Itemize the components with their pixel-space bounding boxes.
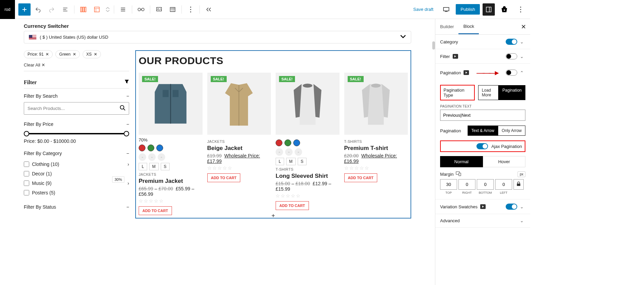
ajax-pagination-toggle[interactable] [476, 143, 488, 149]
minus-icon[interactable]: − [126, 151, 129, 156]
clear-all-button[interactable]: Clear All ✕ [24, 62, 45, 68]
chevron-down-icon[interactable]: ⌄ [520, 218, 525, 223]
add-to-cart-button[interactable]: ADD TO CART [139, 206, 172, 215]
document-overview-button[interactable] [59, 3, 71, 16]
video-help-icon[interactable] [480, 204, 486, 209]
margin-bottom-input[interactable] [477, 179, 494, 190]
search-icon[interactable] [120, 105, 126, 112]
video-help-icon[interactable] [453, 54, 458, 59]
load-more-option[interactable]: Load More [478, 85, 499, 100]
add-block-button[interactable] [18, 3, 31, 16]
minus-icon[interactable]: − [126, 121, 129, 127]
add-to-cart-button[interactable]: ADD TO CART [207, 173, 241, 182]
unit-px[interactable]: px [518, 171, 525, 177]
image-swatch[interactable]: ▫ [285, 148, 293, 156]
color-swatch-blue[interactable] [156, 145, 163, 151]
pagination-option[interactable]: Pagination [499, 85, 525, 100]
category-checkbox[interactable] [24, 180, 29, 186]
slider-handle-min[interactable] [24, 131, 29, 136]
size-m[interactable]: M [149, 163, 159, 170]
currency-select[interactable]: ( $ ) United States (US) dollar USD [24, 31, 411, 43]
color-swatch-red[interactable] [276, 139, 282, 146]
redo-button[interactable] [46, 3, 58, 16]
add-to-cart-button[interactable]: ADD TO CART [344, 173, 378, 182]
filter-icon[interactable] [124, 79, 129, 86]
margin-left-input[interactable] [495, 179, 512, 190]
variation-swatches-toggle[interactable] [506, 204, 517, 210]
devices-icon[interactable] [456, 171, 461, 177]
minus-icon[interactable]: − [126, 204, 129, 210]
close-icon[interactable]: ✕ [73, 52, 76, 57]
close-panel-button[interactable]: ✕ [517, 23, 530, 31]
size-s[interactable]: S [298, 158, 307, 165]
chevron-right-icon[interactable]: › [127, 162, 129, 167]
category-checkbox[interactable] [24, 190, 29, 195]
main-more-button[interactable] [515, 3, 527, 16]
close-icon[interactable]: ✕ [46, 52, 49, 57]
category-row[interactable]: Posters (5) [24, 188, 129, 197]
chevron-down-icon[interactable]: ⌄ [520, 39, 525, 44]
columns-icon[interactable] [77, 3, 89, 16]
filter-toggle[interactable] [506, 53, 517, 59]
products-block[interactable]: OUR PRODUCTS SALE! 70% ▫▫▫ LMS JACKETS [135, 50, 411, 218]
lock-icon[interactable] [514, 179, 524, 190]
undo-button[interactable] [32, 3, 44, 16]
image-swatch[interactable]: ▫ [139, 153, 146, 161]
slider-handle-max[interactable] [124, 131, 129, 136]
move-up-button[interactable] [104, 3, 111, 16]
image-swatch[interactable]: ▫ [295, 148, 302, 156]
category-checkbox[interactable] [24, 171, 29, 176]
color-swatch-green[interactable] [147, 145, 154, 151]
size-s[interactable]: S [161, 163, 170, 170]
infinity-icon[interactable] [135, 3, 147, 16]
preview-button[interactable] [440, 3, 452, 16]
add-block-inserter[interactable]: + [270, 212, 277, 219]
image-swatch[interactable]: ▫ [276, 148, 283, 156]
product-card[interactable]: SALE! ▫▫▫ LMS T-SHIRTS Long Sleeved Shir… [276, 73, 340, 215]
more-options-button[interactable] [185, 3, 197, 16]
image-swatch[interactable]: ▫ [148, 153, 156, 161]
category-toggle[interactable] [506, 39, 517, 45]
only-arrow-option[interactable]: Only Arrow [498, 126, 525, 136]
margin-right-input[interactable] [458, 179, 475, 190]
image-settings-icon[interactable] [153, 3, 165, 16]
product-card[interactable]: SALE! 70% ▫▫▫ LMS JACKETS Premium Jacket… [139, 73, 203, 215]
color-swatch-blue[interactable] [293, 139, 300, 146]
tab-block[interactable]: Block [458, 19, 479, 34]
search-input[interactable] [24, 102, 129, 115]
chevron-down-icon[interactable]: ⌄ [520, 204, 525, 209]
chevron-right-icon[interactable]: › [127, 180, 129, 186]
collapse-toolbar-button[interactable] [203, 3, 215, 16]
filter-chip-size[interactable]: XS✕ [83, 50, 101, 58]
margin-top-input[interactable] [440, 179, 457, 190]
save-draft-button[interactable]: Save draft [410, 4, 437, 15]
add-to-cart-button[interactable]: ADD TO CART [276, 201, 309, 210]
image-swatch[interactable]: ▫ [158, 153, 165, 161]
align-button[interactable] [117, 3, 129, 16]
layout-icon[interactable] [91, 3, 103, 16]
state-hover-tab[interactable]: Hover [483, 156, 526, 167]
scrollbar-thumb[interactable] [432, 41, 435, 50]
chevron-up-icon[interactable]: ⌃ [520, 70, 525, 75]
filter-chip-price[interactable]: Price: 91✕ [24, 50, 53, 58]
size-l[interactable]: L [276, 158, 284, 165]
size-m[interactable]: M [286, 158, 296, 165]
color-swatch-green[interactable] [284, 139, 291, 146]
state-normal-tab[interactable]: Normal [440, 156, 483, 167]
size-l[interactable]: L [139, 163, 147, 170]
table-icon[interactable] [167, 3, 179, 16]
text-arrow-option[interactable]: Text & Arrow [468, 126, 498, 136]
chevron-down-icon[interactable]: ⌄ [520, 54, 525, 59]
close-icon[interactable]: ✕ [94, 52, 97, 57]
publish-button[interactable]: Publish [456, 4, 480, 15]
color-swatch-red[interactable] [139, 145, 145, 151]
shop-icon[interactable] [498, 3, 510, 16]
pagination-toggle[interactable] [506, 70, 517, 76]
category-row[interactable]: Clothing (10)› [24, 159, 129, 169]
tab-builder[interactable]: Builder [435, 19, 458, 34]
settings-panel-toggle[interactable] [483, 3, 495, 16]
minus-icon[interactable]: − [126, 93, 129, 99]
product-card[interactable]: SALE! T-SHIRTS Premium T-shirt £20.00 Wh… [344, 73, 408, 215]
video-help-icon[interactable] [464, 70, 469, 75]
pagination-text-input[interactable] [440, 110, 525, 121]
